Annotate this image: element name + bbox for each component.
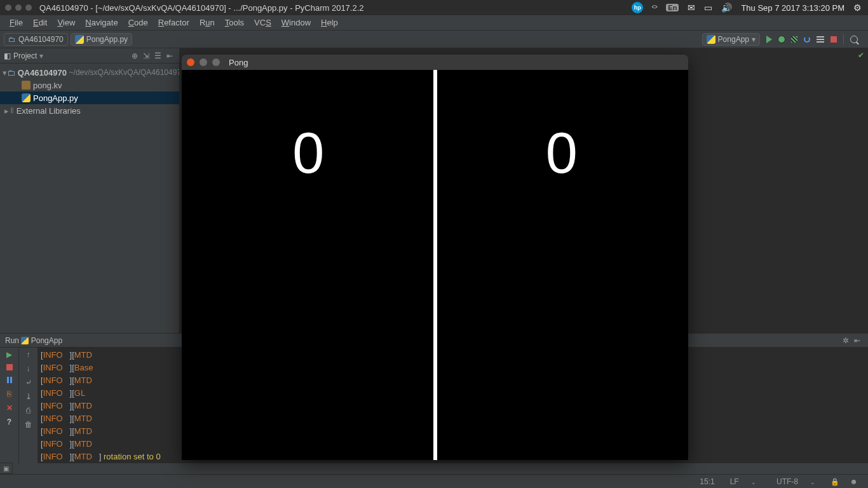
file-name: PongApp.py (33, 93, 78, 103)
desktop-top-bar: QA46104970 - [~/dev/sxQA/sxKvQA/QA461049… (0, 0, 868, 15)
run-gutter-right: ↑ ↓ ⤶ ⤓ ⎙ 🗑 (19, 348, 38, 463)
menu-file[interactable]: File (5, 17, 27, 29)
close-icon[interactable] (187, 58, 194, 66)
toolwindow-quick-access[interactable]: ▣ (0, 463, 13, 474)
down-stack-button[interactable]: ↓ (24, 364, 33, 373)
hp-icon[interactable]: hp (632, 2, 643, 13)
chevron-down-icon: ▾ (752, 35, 756, 44)
clock[interactable]: Thu Sep 7 2017 3:13:20 PM (741, 3, 844, 13)
window-controls[interactable] (0, 4, 37, 11)
expand-icon[interactable]: ▸ (3, 106, 10, 116)
tree-external-libs[interactable]: ▸ ⫴ External Libraries (0, 104, 179, 117)
inspection-ok-icon[interactable]: ✔ (858, 51, 864, 60)
python-icon (75, 35, 84, 44)
external-libraries-label: External Libraries (17, 106, 81, 116)
library-icon: ⫴ (10, 105, 14, 116)
menu-edit[interactable]: Edit (29, 17, 51, 29)
maximize-icon[interactable] (25, 4, 32, 11)
run-config-label: PongApp (718, 35, 749, 44)
menu-refactor[interactable]: Refactor (154, 17, 194, 29)
menu-view[interactable]: View (53, 17, 79, 29)
breadcrumb-label: QA46104970 (18, 35, 64, 44)
stop-button[interactable] (831, 36, 837, 43)
navigation-bar: 🗀 QA46104970 PongApp.py PongApp ▾ (0, 30, 868, 48)
pong-net (433, 70, 437, 460)
hector-icon[interactable]: ☻ (844, 477, 863, 486)
tree-file-selected[interactable]: PongApp.py (0, 92, 179, 104)
debug-button[interactable] (778, 36, 785, 43)
run-header-config: PongApp (31, 336, 62, 345)
maximize-icon[interactable] (212, 58, 220, 66)
breadcrumb-file[interactable]: PongApp.py (71, 33, 132, 46)
project-path: ~/dev/sxQA/sxKvQA/QA46104970 (69, 68, 179, 77)
readonly-lock-icon[interactable] (825, 477, 844, 486)
volume-icon[interactable]: 🔊 (721, 3, 732, 13)
python-icon (22, 93, 31, 102)
ide-menu-bar: File Edit View Navigate Code Refactor Ru… (0, 15, 868, 30)
menu-navigate[interactable]: Navigate (81, 17, 122, 29)
project-tree[interactable]: ▾ 🗀 QA46104970 ~/dev/sxQA/sxKvQA/QA46104… (0, 64, 179, 119)
help-button[interactable]: ? (5, 417, 14, 426)
chevron-down-icon[interactable]: ▾ (39, 51, 43, 60)
menu-help[interactable]: Help (316, 17, 342, 29)
run-button[interactable] (766, 36, 772, 43)
autoscroll-icon[interactable]: ⊕ (129, 51, 140, 60)
caret-position[interactable]: 15:1 (695, 477, 719, 486)
file-name: pong.kv (33, 81, 62, 90)
folder-icon: 🗀 (8, 35, 16, 44)
tree-file[interactable]: pong.kv (0, 79, 179, 92)
clear-button[interactable]: 🗑 (24, 420, 33, 429)
minimize-icon[interactable] (200, 58, 207, 66)
python-icon (21, 337, 29, 344)
hide-icon[interactable]: ⇤ (164, 51, 175, 60)
tasks-button[interactable] (817, 36, 824, 43)
project-view-label[interactable]: Project (13, 51, 37, 60)
menu-run[interactable]: Run (195, 17, 219, 29)
breadcrumb-root[interactable]: 🗀 QA46104970 (4, 33, 68, 46)
file-encoding[interactable]: UTF-8 ⌄ (766, 477, 825, 486)
search-everywhere-button[interactable] (850, 36, 858, 43)
battery-icon[interactable]: ▭ (704, 3, 712, 13)
expand-icon[interactable]: ▾ (3, 68, 7, 78)
run-config-selector[interactable]: PongApp ▾ (702, 33, 760, 46)
collapse-icon[interactable]: ⇲ (140, 51, 152, 60)
system-tray: hp ⌔ En ✉ ▭ 🔊 Thu Sep 7 2017 3:13:20 PM … (632, 2, 868, 13)
pong-title-bar[interactable]: Pong (182, 55, 688, 70)
python-icon (707, 35, 715, 44)
minimize-icon[interactable] (15, 4, 22, 11)
rerun-button[interactable]: ▶ (5, 350, 14, 359)
run-header-prefix: Run (5, 336, 19, 345)
tree-root[interactable]: ▾ 🗀 QA46104970 ~/dev/sxQA/sxKvQA/QA46104… (0, 66, 179, 79)
project-tool-header: ◧ Project ▾ ⊕ ⇲ ☰ ⇤ (0, 48, 179, 64)
close-button[interactable]: ✕ (5, 403, 14, 412)
close-icon[interactable] (5, 4, 11, 11)
window-title: QA46104970 - [~/dev/sxQA/sxKvQA/QA461049… (37, 3, 364, 13)
project-tool-window: ◧ Project ▾ ⊕ ⇲ ☰ ⇤ ▾ 🗀 QA46104970 ~/dev… (0, 48, 180, 333)
pong-app-window[interactable]: Pong 0 0 (182, 55, 688, 460)
menu-window[interactable]: Window (277, 17, 315, 29)
menu-vcs[interactable]: VCS (250, 17, 276, 29)
line-separator[interactable]: LF ⌄ (720, 477, 766, 486)
menu-code[interactable]: Code (124, 17, 153, 29)
pong-game-field[interactable]: 0 0 (182, 70, 688, 460)
pause-button[interactable] (5, 376, 14, 384)
print-button[interactable]: ⎙ (24, 406, 33, 415)
keyboard-layout-indicator[interactable]: En (666, 4, 679, 11)
gear-icon[interactable]: ⚙ (853, 3, 862, 13)
stop-button[interactable] (6, 364, 13, 370)
gear-icon[interactable]: ☰ (152, 51, 164, 60)
update-button[interactable] (804, 36, 810, 43)
menu-tools[interactable]: Tools (220, 17, 248, 29)
wifi-icon[interactable]: ⌔ (652, 3, 657, 13)
scroll-end-button[interactable]: ⤓ (24, 392, 33, 401)
project-view-icon: ◧ (4, 51, 11, 60)
gear-icon[interactable]: ✲ (840, 336, 851, 345)
project-name: QA46104970 (18, 68, 67, 78)
attach-button[interactable]: ⎘ (5, 390, 14, 398)
coverage-button[interactable] (791, 36, 797, 43)
mail-icon[interactable]: ✉ (688, 3, 695, 13)
soft-wrap-button[interactable]: ⤶ (24, 378, 33, 387)
status-bar: 15:1 LF ⌄ UTF-8 ⌄ ☻ (0, 474, 868, 488)
hide-icon[interactable]: ⇤ (851, 336, 863, 345)
up-stack-button[interactable]: ↑ (24, 350, 33, 359)
